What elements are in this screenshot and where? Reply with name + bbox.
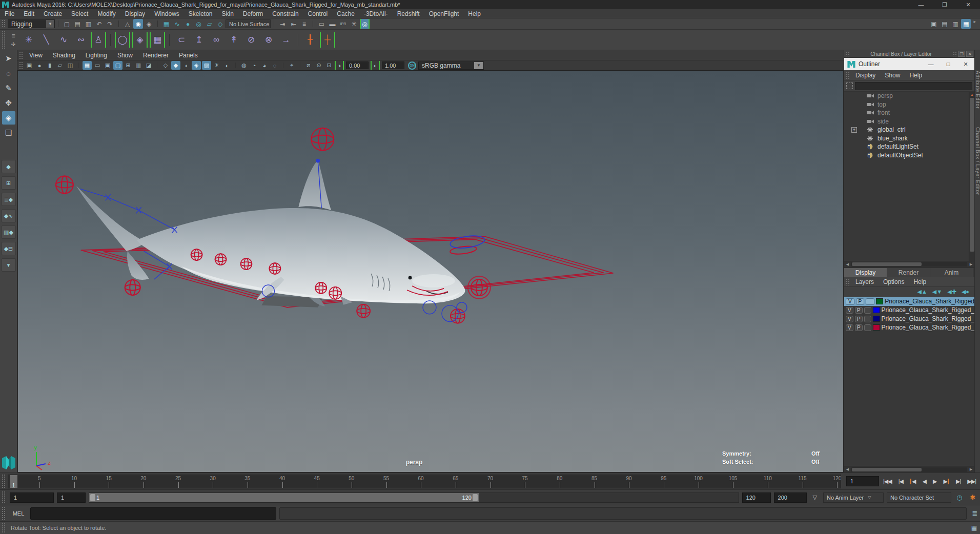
scale-tool[interactable]: ❏ [2,126,15,139]
safe-action-icon[interactable]: ▥ [134,61,143,70]
animation-start-field[interactable]: 1 [10,492,54,503]
paint-skin-weights-icon[interactable]: ⊂ [174,32,189,48]
outliner-menu-help[interactable]: Help [905,71,927,80]
layer-visibility-toggle[interactable]: V [846,324,853,331]
geodesic-voxel-bind-icon[interactable]: ▦ [150,32,165,48]
go-to-end-button[interactable]: ▶▶| [967,478,976,485]
play-backwards-button[interactable]: ◀ [922,478,926,485]
prune-small-weights-icon[interactable]: ⊘ [243,32,259,48]
layer-row[interactable]: VPPrionace_Glauca_Shark_Rigged [844,297,974,306]
menu-skin[interactable]: Skin [217,9,238,18]
outliner-item-front[interactable]: front [844,109,974,117]
flat-shade-icon[interactable]: ◖ [181,61,191,70]
layer-display-mode-toggle[interactable] [864,316,872,322]
script-editor-icon[interactable]: ≣ [970,509,980,517]
paint-select-tool[interactable]: ✎ [2,81,15,95]
outliner-vertical-scrollbar[interactable]: ▲ [969,92,974,261]
move-tool[interactable]: ✥ [2,96,15,110]
layout-single-pane[interactable]: ◆ [2,160,16,173]
menu--3dtoall-[interactable]: -3DtoAll- [359,9,393,18]
menu-select[interactable]: Select [67,9,93,18]
open-render-view-icon[interactable]: ▭ [317,19,326,29]
input-connections-icon[interactable]: ⇥ [278,19,288,29]
menu-windows[interactable]: Windows [150,9,184,18]
outliner-search-input[interactable] [855,82,972,90]
lasso-tool[interactable]: ◌ [2,67,15,80]
live-surface-field[interactable]: No Live Surface [226,19,271,28]
channel-box-icon[interactable]: ▦ [961,19,971,29]
hammer-skin-weights-icon[interactable]: ⊗ [261,32,276,48]
layer-tab-display[interactable]: Display [844,268,887,277]
outliner-item-side[interactable]: side [844,117,974,126]
layer-color-swatch[interactable] [873,307,880,313]
film-gate-icon[interactable]: ▭ [93,61,102,70]
layer-playback-toggle[interactable]: P [855,324,863,331]
panel-menu-panels[interactable]: Panels [174,52,203,59]
layer-menu-layers[interactable]: Layers [851,277,879,286]
bookmark-icon[interactable]: ▱ [55,61,65,70]
menu-modify[interactable]: Modify [93,9,120,18]
panel-menu-lighting[interactable]: Lighting [80,52,112,59]
select-camera-icon[interactable]: ▣ [25,61,34,70]
commandline-grip[interactable] [2,506,5,520]
occlusion-icon[interactable]: ◍ [239,61,249,70]
menu-deform[interactable]: Deform [238,9,268,18]
layer-display-mode-toggle[interactable] [864,324,872,331]
remove-influence-icon[interactable]: ┼ [320,32,335,48]
layer-display-mode-toggle[interactable] [866,298,874,305]
gamma-icon[interactable]: ◐ [371,61,380,70]
layer-tab-render[interactable]: Render [887,268,930,277]
scrollbar-thumb[interactable] [852,262,922,266]
current-frame-field[interactable]: 1 [846,476,879,486]
multisample-icon[interactable]: ◕ [260,61,269,70]
layer-row[interactable]: VPPrionace_Glauca_Shark_Rigged_ [844,306,974,315]
layout-persp-graph[interactable]: ◆∿ [2,209,16,222]
go-to-start-button[interactable]: |◀◀ [883,478,892,485]
anim-layer-dropdown[interactable]: No Anim Layer▽ [823,492,884,503]
panel-menu-view[interactable]: View [24,52,48,59]
animation-preferences-icon[interactable]: ✱ [968,492,978,503]
move-layer-down-icon[interactable]: ◀▼ [932,289,942,295]
range-slider-track[interactable]: 1 120 [89,492,739,503]
xray-joints-icon[interactable]: ⊙ [314,61,323,70]
layout-four-pane[interactable]: ⊞ [2,176,16,190]
snap-curve-icon[interactable]: ∿ [172,19,182,29]
depth-of-field-icon[interactable]: ◌ [270,61,279,70]
isolate-select-icon[interactable]: ⌖ [287,61,296,70]
view-transform-dropdown[interactable]: sRGB gamma ▼ [418,61,484,70]
scroll-left-icon[interactable]: ◀ [844,261,851,267]
grid-icon[interactable]: ▦ [83,61,92,70]
add-influence-icon[interactable]: ╂ [302,32,318,48]
playback-start-field[interactable]: 1 [57,492,86,503]
panel-menu-show[interactable]: Show [112,52,138,59]
xray-icon[interactable]: ⧄ [304,61,313,70]
gamma-field[interactable]: 1.00 [382,61,404,69]
step-forward-key-button[interactable]: ▶ [943,478,949,485]
tab-channel-box-layer-editor[interactable]: Channel Box / Layer Editor [975,127,980,195]
range-end-handle[interactable] [473,494,478,501]
viewport-toolbar-grip[interactable] [19,61,23,69]
humanik-character-icon[interactable]: ♙ [91,32,106,48]
panel-menu-grip[interactable] [19,51,23,59]
color-management-on-badge[interactable]: ON [408,61,416,70]
interactive-bind-icon[interactable]: ◈ [132,32,148,48]
exposure-field[interactable]: 0.00 [346,61,369,69]
shadows-icon[interactable]: ◐ [222,61,232,70]
add-empty-layer-icon[interactable]: ◀● [962,289,969,295]
make-live-icon[interactable]: ◇ [215,19,225,29]
symmetry-value[interactable]: Off [811,450,820,457]
step-forward-frame-button[interactable]: ▶| [956,478,961,485]
copy-vertex-weights-icon[interactable]: → [278,32,294,48]
panel-menu-renderer[interactable]: Renderer [138,52,174,59]
menu-file[interactable]: File [0,9,19,18]
exposure-icon[interactable]: ◑ [335,61,344,70]
undo-icon[interactable]: ↶ [94,19,104,29]
wireframe-icon[interactable]: ◇ [161,61,170,70]
auto-keyframe-icon[interactable]: ◷ [954,492,965,503]
image-plane-icon[interactable]: ◫ [66,61,75,70]
menu-cache[interactable]: Cache [332,9,359,18]
render-current-frame-icon[interactable]: ▬ [328,19,337,29]
smooth-skin-weights-icon[interactable]: ↟ [226,32,241,48]
outliner-item-defaultLightSet[interactable]: defaultLightSet [844,142,974,151]
safe-title-icon[interactable]: ◪ [144,61,153,70]
